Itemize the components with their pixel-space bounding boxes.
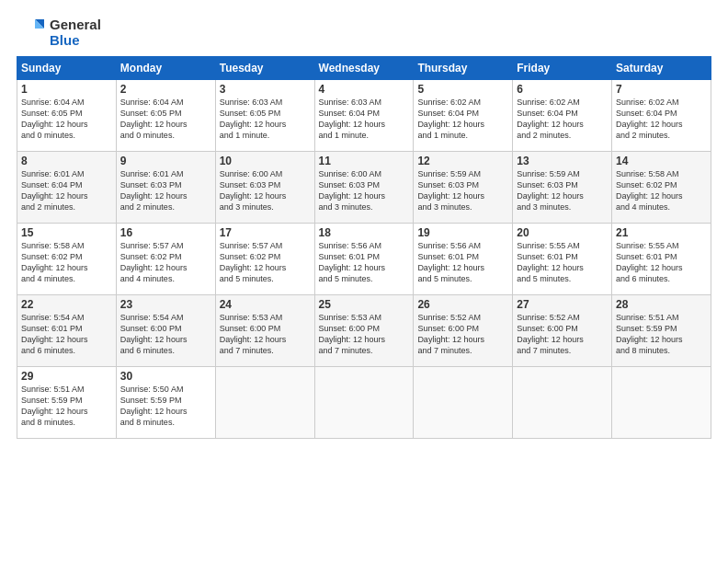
calendar-cell: [612, 366, 711, 438]
calendar-cell: 18Sunrise: 5:56 AM Sunset: 6:01 PM Dayli…: [314, 223, 414, 294]
calendar-cell: [314, 366, 414, 438]
day-number: 30: [120, 370, 211, 383]
day-number: 6: [517, 83, 608, 96]
calendar-cell: 16Sunrise: 5:57 AM Sunset: 6:02 PM Dayli…: [116, 223, 215, 294]
calendar-cell: 13Sunrise: 5:59 AM Sunset: 6:03 PM Dayli…: [513, 151, 612, 223]
day-number: 8: [21, 155, 112, 167]
day-info: Sunrise: 6:03 AM Sunset: 6:04 PM Dayligh…: [319, 97, 410, 142]
day-info: Sunrise: 5:54 AM Sunset: 6:00 PM Dayligh…: [120, 312, 211, 357]
day-number: 7: [616, 83, 707, 96]
calendar-cell: 20Sunrise: 5:55 AM Sunset: 6:01 PM Dayli…: [513, 223, 612, 294]
day-number: 19: [417, 226, 508, 239]
day-info: Sunrise: 5:50 AM Sunset: 5:59 PM Dayligh…: [120, 384, 211, 429]
day-number: 20: [517, 226, 608, 239]
calendar-cell: 27Sunrise: 5:52 AM Sunset: 6:00 PM Dayli…: [513, 294, 612, 366]
day-info: Sunrise: 6:02 AM Sunset: 6:04 PM Dayligh…: [517, 97, 608, 142]
day-number: 10: [220, 155, 311, 167]
day-number: 22: [21, 298, 112, 311]
day-number: 24: [220, 298, 311, 311]
day-info: Sunrise: 5:53 AM Sunset: 6:00 PM Dayligh…: [319, 312, 410, 357]
calendar-cell: 23Sunrise: 5:54 AM Sunset: 6:00 PM Dayli…: [116, 294, 215, 366]
calendar-cell: 10Sunrise: 6:00 AM Sunset: 6:03 PM Dayli…: [215, 151, 314, 223]
day-number: 2: [120, 83, 211, 96]
day-number: 23: [120, 298, 211, 311]
page: General Blue SundayMondayTuesdayWednesda…: [0, 0, 728, 563]
col-header-sunday: Sunday: [17, 56, 117, 79]
day-info: Sunrise: 5:51 AM Sunset: 5:59 PM Dayligh…: [21, 384, 112, 429]
calendar-cell: 26Sunrise: 5:52 AM Sunset: 6:00 PM Dayli…: [414, 294, 513, 366]
day-info: Sunrise: 5:59 AM Sunset: 6:03 PM Dayligh…: [517, 168, 608, 213]
day-info: Sunrise: 5:54 AM Sunset: 6:01 PM Dayligh…: [21, 312, 112, 357]
calendar-cell: 2Sunrise: 6:04 AM Sunset: 6:05 PM Daylig…: [116, 79, 215, 151]
calendar-table: SundayMondayTuesdayWednesdayThursdayFrid…: [17, 56, 711, 439]
day-info: Sunrise: 5:52 AM Sunset: 6:00 PM Dayligh…: [417, 312, 508, 357]
day-number: 29: [21, 370, 112, 383]
calendar-cell: [215, 366, 314, 438]
calendar-cell: 11Sunrise: 6:00 AM Sunset: 6:03 PM Dayli…: [314, 151, 414, 223]
calendar-cell: 25Sunrise: 5:53 AM Sunset: 6:00 PM Dayli…: [314, 294, 414, 366]
calendar-cell: 22Sunrise: 5:54 AM Sunset: 6:01 PM Dayli…: [17, 294, 117, 366]
logo-general-text: General: [50, 17, 101, 32]
day-info: Sunrise: 6:01 AM Sunset: 6:03 PM Dayligh…: [120, 168, 211, 213]
calendar-cell: 19Sunrise: 5:56 AM Sunset: 6:01 PM Dayli…: [414, 223, 513, 294]
logo-container: General Blue: [17, 17, 101, 49]
calendar-week-1: 1Sunrise: 6:04 AM Sunset: 6:05 PM Daylig…: [17, 79, 711, 151]
day-info: Sunrise: 5:52 AM Sunset: 6:00 PM Dayligh…: [517, 312, 608, 357]
day-number: 12: [417, 155, 508, 167]
day-info: Sunrise: 5:56 AM Sunset: 6:01 PM Dayligh…: [319, 240, 410, 285]
day-number: 17: [220, 226, 311, 239]
calendar-cell: 15Sunrise: 5:58 AM Sunset: 6:02 PM Dayli…: [17, 223, 117, 294]
day-number: 27: [517, 298, 608, 311]
calendar-week-3: 15Sunrise: 5:58 AM Sunset: 6:02 PM Dayli…: [17, 223, 711, 294]
calendar-cell: 7Sunrise: 6:02 AM Sunset: 6:04 PM Daylig…: [612, 79, 711, 151]
calendar-cell: 14Sunrise: 5:58 AM Sunset: 6:02 PM Dayli…: [612, 151, 711, 223]
day-number: 9: [120, 155, 211, 167]
calendar-cell: [513, 366, 612, 438]
day-info: Sunrise: 5:55 AM Sunset: 6:01 PM Dayligh…: [616, 240, 707, 285]
day-info: Sunrise: 6:04 AM Sunset: 6:05 PM Dayligh…: [120, 97, 211, 142]
col-header-tuesday: Tuesday: [215, 56, 314, 79]
day-info: Sunrise: 6:04 AM Sunset: 6:05 PM Dayligh…: [21, 97, 112, 142]
day-info: Sunrise: 5:58 AM Sunset: 6:02 PM Dayligh…: [21, 240, 112, 285]
day-info: Sunrise: 5:58 AM Sunset: 6:02 PM Dayligh…: [616, 168, 707, 213]
calendar-cell: 1Sunrise: 6:04 AM Sunset: 6:05 PM Daylig…: [17, 79, 117, 151]
day-number: 5: [417, 83, 508, 96]
day-number: 3: [220, 83, 311, 96]
day-number: 15: [21, 226, 112, 239]
col-header-friday: Friday: [513, 56, 612, 79]
day-number: 25: [319, 298, 410, 311]
calendar-cell: 4Sunrise: 6:03 AM Sunset: 6:04 PM Daylig…: [314, 79, 414, 151]
calendar-cell: 5Sunrise: 6:02 AM Sunset: 6:04 PM Daylig…: [414, 79, 513, 151]
calendar-cell: 6Sunrise: 6:02 AM Sunset: 6:04 PM Daylig…: [513, 79, 612, 151]
calendar-header-row: SundayMondayTuesdayWednesdayThursdayFrid…: [17, 56, 711, 79]
day-info: Sunrise: 5:53 AM Sunset: 6:00 PM Dayligh…: [220, 312, 311, 357]
calendar-cell: 21Sunrise: 5:55 AM Sunset: 6:01 PM Dayli…: [612, 223, 711, 294]
day-info: Sunrise: 5:56 AM Sunset: 6:01 PM Dayligh…: [417, 240, 508, 285]
day-info: Sunrise: 6:02 AM Sunset: 6:04 PM Dayligh…: [616, 97, 707, 142]
day-number: 14: [616, 155, 707, 167]
logo-blue-text: Blue: [50, 32, 101, 48]
day-info: Sunrise: 5:57 AM Sunset: 6:02 PM Dayligh…: [120, 240, 211, 285]
col-header-wednesday: Wednesday: [314, 56, 414, 79]
day-number: 28: [616, 298, 707, 311]
col-header-thursday: Thursday: [414, 56, 513, 79]
calendar-week-4: 22Sunrise: 5:54 AM Sunset: 6:01 PM Dayli…: [17, 294, 711, 366]
calendar-cell: 28Sunrise: 5:51 AM Sunset: 5:59 PM Dayli…: [612, 294, 711, 366]
calendar-cell: 29Sunrise: 5:51 AM Sunset: 5:59 PM Dayli…: [17, 366, 117, 438]
day-info: Sunrise: 6:00 AM Sunset: 6:03 PM Dayligh…: [319, 168, 410, 213]
calendar-cell: 24Sunrise: 5:53 AM Sunset: 6:00 PM Dayli…: [215, 294, 314, 366]
day-info: Sunrise: 5:59 AM Sunset: 6:03 PM Dayligh…: [417, 168, 508, 213]
day-info: Sunrise: 6:00 AM Sunset: 6:03 PM Dayligh…: [220, 168, 311, 213]
logo-svg: [17, 17, 46, 47]
col-header-saturday: Saturday: [612, 56, 711, 79]
calendar-cell: [414, 366, 513, 438]
header: General Blue: [17, 17, 711, 49]
day-number: 26: [417, 298, 508, 311]
day-number: 21: [616, 226, 707, 239]
day-number: 18: [319, 226, 410, 239]
logo: General Blue: [17, 17, 101, 49]
day-info: Sunrise: 6:03 AM Sunset: 6:05 PM Dayligh…: [220, 97, 311, 142]
calendar-cell: 3Sunrise: 6:03 AM Sunset: 6:05 PM Daylig…: [215, 79, 314, 151]
day-info: Sunrise: 6:02 AM Sunset: 6:04 PM Dayligh…: [417, 97, 508, 142]
day-number: 4: [319, 83, 410, 96]
